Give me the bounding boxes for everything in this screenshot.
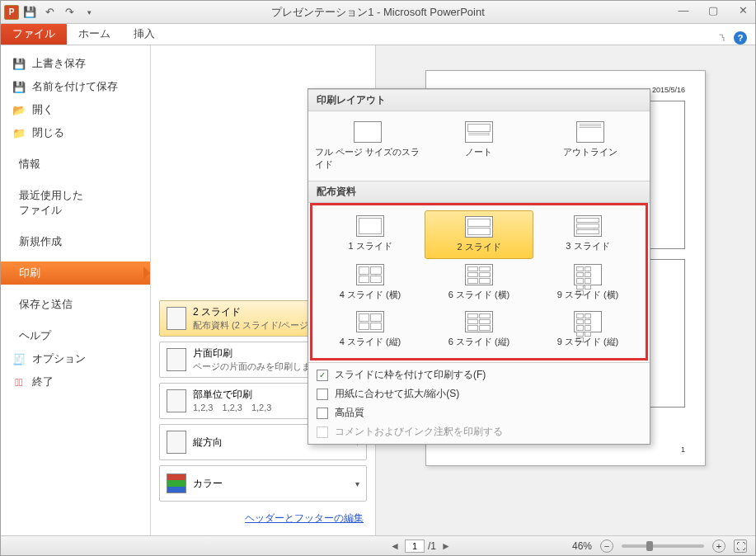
- tab-insert[interactable]: 挿入: [122, 23, 167, 45]
- flyout-item-1slide[interactable]: 1 スライド: [316, 210, 425, 259]
- handout-3-icon: [574, 215, 602, 237]
- flyout-option-scale[interactable]: 用紙に合わせて拡大/縮小(S): [317, 387, 641, 401]
- minimize-button[interactable]: ―: [676, 4, 691, 16]
- page-input[interactable]: [405, 540, 425, 553]
- qat-save-icon[interactable]: 💾: [21, 3, 39, 21]
- flyout-section-handout: 配布資料: [308, 181, 650, 203]
- help-icon[interactable]: ?: [734, 31, 747, 45]
- close-window-button[interactable]: ✕: [735, 4, 750, 16]
- page-total: /1: [428, 540, 436, 552]
- zoom-in-button[interactable]: +: [712, 540, 725, 553]
- maximize-button[interactable]: ▢: [706, 4, 721, 16]
- sidebar-item-help[interactable]: ヘルプ: [1, 324, 150, 347]
- window-title: プレゼンテーション1 - Microsoft PowerPoint: [271, 5, 485, 20]
- ribbon-tabs: ファイル ホーム 挿入 ㇎ ?: [1, 24, 755, 45]
- orient-thumb-icon: [167, 431, 186, 454]
- exit-icon: �⃞: [12, 375, 26, 389]
- sidebar-item-options[interactable]: 🧾オプション: [1, 347, 150, 370]
- color-swatch-icon: [167, 474, 186, 493]
- sidebar-item-close[interactable]: 📁閉じる: [1, 121, 150, 144]
- folder-open-icon: 📂: [12, 103, 26, 116]
- flyout-item-9slide-v[interactable]: 9 スライド (縦): [533, 306, 642, 353]
- sidebar-item-info[interactable]: 情報: [1, 153, 150, 176]
- sidebar-item-save[interactable]: 💾上書き保存: [1, 52, 150, 75]
- page-navigator: ◄ /1 ►: [388, 540, 453, 553]
- handout-highlight-box: 1 スライド 2 スライド 3 スライド 4 スライド (横) 6 スライド (…: [310, 203, 648, 360]
- sidebar-item-share[interactable]: 保存と送信: [1, 293, 150, 316]
- flyout-item-9slide-h[interactable]: 9 スライド (横): [533, 259, 642, 306]
- collate-thumb-icon: [167, 389, 186, 412]
- handout-2-icon: [465, 216, 493, 238]
- notes-icon: [465, 121, 493, 143]
- backstage-sidebar: 💾上書き保存 💾名前を付けて保存 📂開く 📁閉じる 情報 最近使用したファイル …: [1, 45, 151, 535]
- tab-home[interactable]: ホーム: [67, 23, 122, 45]
- sidebar-item-recent[interactable]: 最近使用したファイル: [1, 184, 150, 222]
- sidebar-item-saveas[interactable]: 💾名前を付けて保存: [1, 75, 150, 98]
- qat-undo-icon[interactable]: ↶: [40, 3, 59, 21]
- checkbox-icon: [317, 408, 328, 419]
- flyout-option-hq[interactable]: 高品質: [317, 406, 641, 420]
- checkbox-icon: [317, 389, 328, 400]
- sidebar-item-new[interactable]: 新規作成: [1, 230, 150, 253]
- zoom-percent: 46%: [572, 540, 592, 552]
- preview-date: 2015/5/16: [652, 86, 685, 94]
- flyout-item-4slide-h[interactable]: 4 スライド (横): [316, 259, 425, 306]
- app-icon[interactable]: P: [4, 5, 19, 20]
- sidebar-item-open[interactable]: 📂開く: [1, 98, 150, 121]
- side-sub: ページの片面のみを印刷します: [193, 360, 320, 373]
- flyout-section-print-layout: 印刷レイアウト: [308, 89, 650, 111]
- zoom-thumb[interactable]: [646, 541, 653, 551]
- handout-9h-icon: [574, 264, 602, 285]
- flyout-option-ink: コメントおよびインク注釈を印刷する: [317, 425, 641, 439]
- tab-file[interactable]: ファイル: [1, 23, 67, 45]
- title-bar: P 💾 ↶ ↷ ▾ プレゼンテーション1 - Microsoft PowerPo…: [1, 1, 755, 24]
- side-title: 片面印刷: [193, 346, 320, 360]
- flyout-item-full-page[interactable]: フル ページ サイズのスライド: [312, 116, 423, 176]
- orient-title: 縦方向: [193, 436, 223, 450]
- flyout-item-6slide-h[interactable]: 6 スライド (横): [425, 259, 533, 306]
- flyout-option-frame[interactable]: ✓スライドに枠を付けて印刷する(F): [317, 368, 641, 382]
- chevron-down-icon: ▾: [355, 479, 359, 488]
- sidebar-item-exit[interactable]: �⃞終了: [1, 370, 150, 393]
- color-title: カラー: [193, 477, 223, 491]
- handout-6h-icon: [465, 264, 493, 285]
- layout-sub: 配布資料 (2 スライド/ページ): [193, 319, 312, 332]
- header-footer-link[interactable]: ヘッダーとフッターの編集: [245, 512, 364, 524]
- handout-1-icon: [356, 215, 384, 237]
- flyout-item-notes[interactable]: ノート: [423, 116, 534, 176]
- flyout-item-4slide-v[interactable]: 4 スライド (縦): [316, 306, 425, 353]
- collate-title: 部単位で印刷: [193, 388, 271, 402]
- folder-close-icon: 📁: [12, 126, 26, 139]
- flyout-item-3slide[interactable]: 3 スライド: [533, 210, 642, 259]
- side-thumb-icon: [167, 348, 186, 371]
- collate-sub: 1,2,3 1,2,3 1,2,3: [193, 402, 271, 414]
- status-bar: ◄ /1 ► 46% − + ⛶: [1, 535, 755, 555]
- handout-4v-icon: [356, 311, 384, 332]
- zoom-slider[interactable]: [622, 544, 704, 548]
- checkbox-checked-icon: ✓: [317, 370, 328, 381]
- zoom-out-button[interactable]: −: [600, 540, 613, 553]
- layout-thumb-icon: [167, 307, 186, 330]
- ribbon-minimize-icon[interactable]: ㇎: [718, 32, 727, 45]
- color-dropdown[interactable]: カラー ▾: [159, 465, 367, 502]
- saveas-icon: 💾: [12, 80, 26, 93]
- quick-access-toolbar: P 💾 ↶ ↷ ▾: [1, 3, 98, 21]
- preview-page-number: 1: [681, 445, 685, 454]
- sidebar-item-print[interactable]: 印刷: [1, 262, 150, 285]
- prev-page-button[interactable]: ◄: [388, 540, 401, 552]
- handout-6v-icon: [465, 311, 493, 332]
- layout-title: 2 スライド: [193, 305, 312, 319]
- handout-4h-icon: [356, 264, 384, 285]
- qat-customize-icon[interactable]: ▾: [80, 3, 98, 21]
- layout-flyout: 印刷レイアウト フル ページ サイズのスライド ノート アウトライン 配布資料 …: [308, 88, 650, 445]
- save-icon: 💾: [12, 57, 26, 70]
- full-page-icon: [354, 121, 382, 143]
- outline-icon: [576, 121, 604, 143]
- next-page-button[interactable]: ►: [439, 540, 453, 552]
- zoom-fit-button[interactable]: ⛶: [734, 540, 747, 553]
- flyout-item-2slide[interactable]: 2 スライド: [425, 210, 533, 259]
- flyout-item-outline[interactable]: アウトライン: [535, 116, 646, 176]
- flyout-item-6slide-v[interactable]: 6 スライド (縦): [425, 306, 533, 353]
- qat-redo-icon[interactable]: ↷: [60, 3, 78, 21]
- checkbox-icon: [317, 426, 328, 438]
